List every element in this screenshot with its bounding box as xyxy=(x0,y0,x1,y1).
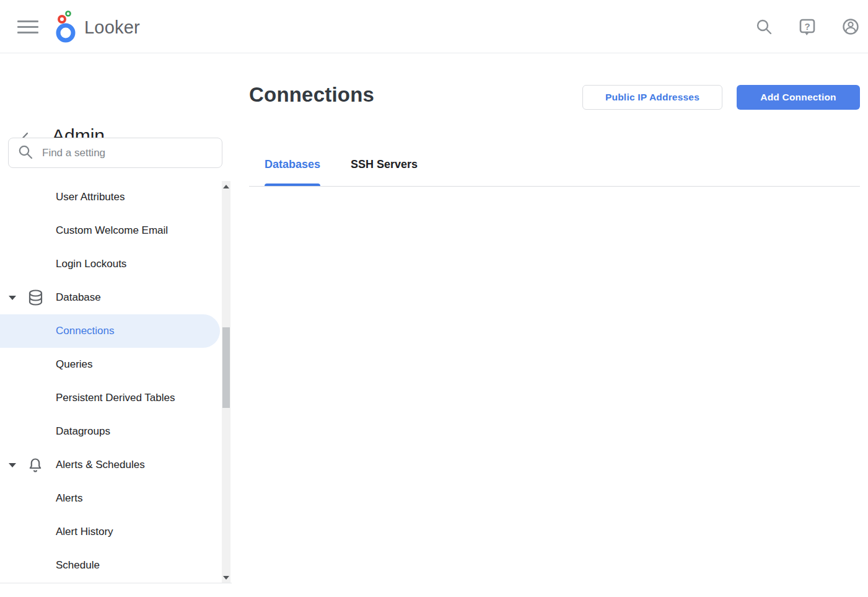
sidebar-bottom-divider xyxy=(0,583,232,583)
find-setting-searchbox[interactable] xyxy=(8,138,222,168)
sidebar-item-alerts[interactable]: Alerts xyxy=(0,482,220,515)
sidebar-nav: User Attributes Custom Welcome Email Log… xyxy=(0,180,232,583)
find-setting-input[interactable] xyxy=(42,147,213,159)
svg-text:?: ? xyxy=(804,21,810,32)
page-title: Connections xyxy=(249,83,374,107)
database-icon xyxy=(27,289,44,306)
search-icon xyxy=(17,144,33,162)
tab-databases[interactable]: Databases xyxy=(265,153,320,187)
sidebar-scrollbar[interactable] xyxy=(222,181,230,583)
tab-ssh-servers[interactable]: SSH Servers xyxy=(351,153,418,187)
topbar-actions: ? xyxy=(755,0,860,53)
public-ip-addresses-button[interactable]: Public IP Addresses xyxy=(582,85,722,110)
sidebar-group-database[interactable]: Database xyxy=(0,281,220,314)
sidebar-item-custom-welcome-email[interactable]: Custom Welcome Email xyxy=(0,214,220,247)
sidebar-item-schedule[interactable]: Schedule xyxy=(0,549,220,582)
bell-icon xyxy=(27,456,44,474)
looker-logo-icon xyxy=(53,8,79,46)
scrollbar-thumb[interactable] xyxy=(222,327,230,408)
sidebar-item-user-attributes[interactable]: User Attributes xyxy=(0,180,220,214)
scroll-up-icon[interactable] xyxy=(223,185,229,188)
help-icon[interactable]: ? xyxy=(798,17,817,36)
sidebar-item-connections[interactable]: Connections xyxy=(0,314,220,348)
menu-icon[interactable] xyxy=(17,17,38,37)
sidebar-item-datagroups[interactable]: Datagroups xyxy=(0,415,220,448)
scroll-down-icon[interactable] xyxy=(223,576,229,580)
add-connection-button[interactable]: Add Connection xyxy=(737,85,860,110)
chevron-down-icon[interactable] xyxy=(9,296,16,300)
looker-admin-page: Looker ? xyxy=(0,0,868,597)
sidebar-group-alerts-schedules[interactable]: Alerts & Schedules xyxy=(0,448,220,482)
tabs-divider xyxy=(249,186,860,187)
sidebar-item-persistent-derived-tables[interactable]: Persistent Derived Tables xyxy=(0,381,220,415)
brand-text: Looker xyxy=(84,17,140,38)
connections-tabs: Databases SSH Servers xyxy=(265,153,418,187)
sidebar-item-queries[interactable]: Queries xyxy=(0,348,220,381)
account-icon[interactable] xyxy=(841,17,860,36)
sidebar-item-login-lockouts[interactable]: Login Lockouts xyxy=(0,247,220,281)
chevron-down-icon[interactable] xyxy=(9,463,16,467)
sidebar-item-alert-history[interactable]: Alert History xyxy=(0,515,220,549)
search-icon[interactable] xyxy=(755,17,773,36)
top-bar: Looker ? xyxy=(0,0,868,53)
looker-brand[interactable]: Looker xyxy=(53,8,140,46)
admin-header: Admin xyxy=(0,54,232,116)
